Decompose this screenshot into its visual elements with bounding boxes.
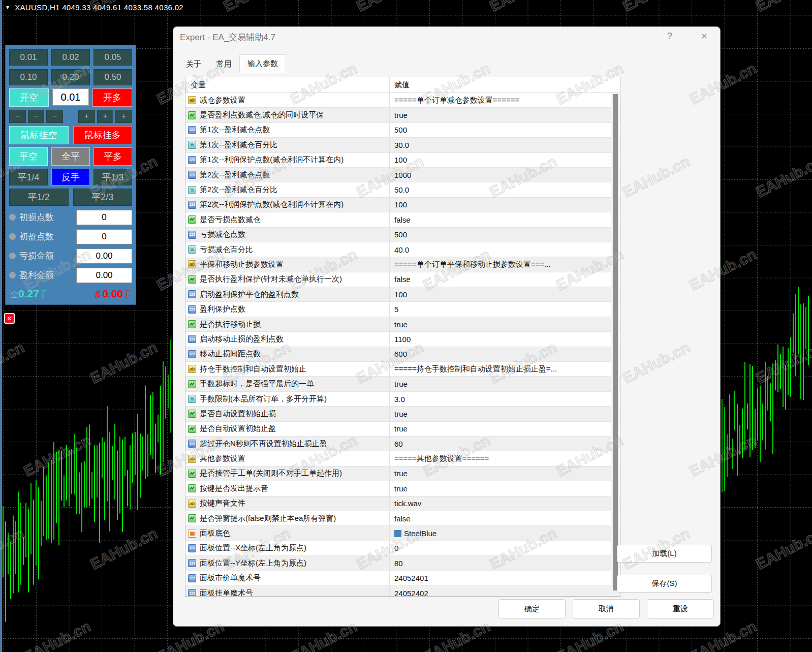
param-row[interactable]: 是否接管手工单(关闭则不对手工单起作用)true: [185, 467, 620, 481]
param-row[interactable]: 123启动盈利保护平仓的盈利点数100: [185, 287, 620, 302]
param-row[interactable]: 是否弹窗提示(false则禁止本ea所有弹窗)false: [185, 511, 620, 526]
close-buy-button[interactable]: 平多: [93, 147, 132, 166]
param-row[interactable]: 123移动止损间距点数600: [185, 347, 620, 362]
panel-close-button[interactable]: ×: [4, 313, 15, 324]
param-row[interactable]: 按键是否发出提示音true: [185, 481, 620, 496]
param-row[interactable]: 123面板市价单魔术号24052401: [185, 571, 620, 586]
param-row[interactable]: 是否亏损点数减仓false: [185, 212, 620, 227]
save-button[interactable]: 保存(S): [617, 575, 712, 593]
tab-about[interactable]: 关于: [178, 56, 209, 73]
param-row[interactable]: 123盈利保护点数5: [185, 302, 620, 317]
param-row[interactable]: 123面板位置--X坐标(左上角为原点)0: [185, 541, 620, 556]
lot-plus-button[interactable]: +: [97, 110, 114, 123]
tab-inputs[interactable]: 输入参数: [239, 54, 286, 73]
tab-common[interactable]: 常用: [209, 56, 239, 73]
param-value[interactable]: =====其他参数设置======: [394, 454, 489, 463]
reverse-button[interactable]: 反手: [51, 169, 90, 185]
param-value[interactable]: 1000: [394, 171, 411, 179]
param-row[interactable]: ½亏损减仓百分比40.0: [185, 242, 620, 257]
param-value[interactable]: 500: [394, 126, 407, 134]
field-input-0[interactable]: [76, 210, 132, 225]
pending-sell-button[interactable]: 鼠标挂空: [9, 126, 69, 144]
ok-button[interactable]: 确定: [498, 599, 566, 618]
param-value[interactable]: 500: [394, 230, 407, 239]
close-icon[interactable]: ×: [696, 30, 713, 44]
param-row[interactable]: ab按键声音文件tick.wav: [185, 496, 620, 511]
param-value[interactable]: true: [394, 111, 408, 119]
param-value[interactable]: true: [394, 424, 408, 433]
param-value[interactable]: =====持仓手数控制和自动设置初始止损止盈=...: [394, 364, 557, 374]
field-input-3[interactable]: [76, 268, 132, 283]
scrollbar-thumb[interactable]: [613, 94, 618, 591]
param-value[interactable]: =====单个订单减仓参数设置======: [394, 96, 519, 105]
param-value[interactable]: 600: [394, 350, 407, 358]
param-value[interactable]: 24052401: [394, 574, 428, 582]
close-all-button[interactable]: 全平: [51, 147, 90, 166]
param-value[interactable]: 3.0: [394, 395, 405, 403]
pending-buy-button[interactable]: 鼠标挂多: [73, 126, 133, 144]
lot-preset-button-0.02[interactable]: 0.02: [51, 49, 90, 66]
param-value[interactable]: false: [394, 514, 411, 523]
lot-preset-button-0.50[interactable]: 0.50: [93, 69, 132, 85]
param-value[interactable]: false: [394, 275, 411, 284]
param-row[interactable]: 123第2次--盈利减仓点数1000: [185, 168, 620, 182]
close-quarter-button[interactable]: 平1/4: [9, 169, 48, 185]
param-value[interactable]: 40.0: [394, 245, 409, 254]
param-value[interactable]: 1100: [394, 335, 411, 344]
lot-plus-button[interactable]: +: [78, 110, 95, 123]
param-value[interactable]: 5: [394, 305, 398, 314]
close-sell-button[interactable]: 平空: [9, 147, 48, 166]
param-value[interactable]: SteelBlue: [404, 529, 436, 538]
param-value[interactable]: true: [394, 410, 408, 418]
param-row[interactable]: ab减仓参数设置=====单个订单减仓参数设置======: [185, 93, 620, 108]
field-input-1[interactable]: [76, 229, 132, 244]
param-row[interactable]: 123启动移动止损的盈利点数1100: [185, 332, 620, 347]
param-value[interactable]: true: [394, 320, 408, 329]
param-value[interactable]: 0: [394, 544, 398, 552]
param-row[interactable]: 手数超标时，是否强平最后的一单true: [185, 377, 620, 391]
param-row[interactable]: 是否执行盈利保护(针对未减仓单执行一次)false: [185, 272, 620, 287]
close-third-button[interactable]: 平1/3: [93, 169, 132, 185]
param-value[interactable]: 100: [394, 200, 407, 209]
lot-plus-button[interactable]: +: [115, 110, 132, 123]
param-row[interactable]: 是否自动设置初始止损true: [185, 407, 620, 421]
lot-preset-button-0.20[interactable]: 0.20: [51, 69, 90, 85]
param-value[interactable]: 50.0: [394, 185, 409, 194]
param-value[interactable]: 24052402: [394, 589, 428, 597]
param-value[interactable]: 30.0: [394, 141, 409, 149]
table-scrollbar[interactable]: [611, 93, 619, 596]
param-value[interactable]: =====单个订单平保和移动止损参数设置===...: [394, 260, 551, 269]
param-row[interactable]: 123第1次--利润保护点数(减仓利润不计算在内)100: [185, 153, 620, 168]
param-value[interactable]: 80: [394, 559, 403, 568]
param-row[interactable]: 面板底色SteelBlue: [185, 526, 620, 541]
param-row[interactable]: 123第2次--利润保护点数(减仓利润不计算在内)100: [185, 198, 620, 212]
param-value[interactable]: true: [394, 469, 408, 478]
lot-minus-button[interactable]: −: [28, 110, 45, 123]
close-half-button[interactable]: 平1/2: [9, 189, 69, 206]
param-row[interactable]: 123面板位置--Y坐标(左上角为原点)80: [185, 556, 620, 571]
param-row[interactable]: 123面板挂单魔术号24052402: [185, 586, 620, 597]
dropdown-arrow-icon[interactable]: ▼: [5, 5, 10, 10]
param-value[interactable]: false: [394, 215, 411, 224]
param-row[interactable]: ½手数限制(本品所有订单，多开分开算)3.0: [185, 392, 620, 407]
close-two-thirds-button[interactable]: 平2/3: [73, 189, 133, 206]
param-row[interactable]: 123亏损减仓点数500: [185, 228, 620, 242]
open-buy-button[interactable]: 开多: [92, 88, 132, 107]
param-row[interactable]: 是否执行移动止损true: [185, 317, 620, 332]
param-value[interactable]: 100: [394, 290, 407, 299]
param-value[interactable]: true: [394, 380, 408, 388]
param-row[interactable]: 是否自动设置初始止盈true: [185, 422, 620, 437]
param-row[interactable]: 123超过开仓N秒则不再设置初始止损止盈60: [185, 437, 620, 451]
help-icon[interactable]: ?: [662, 31, 677, 44]
param-row[interactable]: ab持仓手数控制和自动设置初始止=====持仓手数控制和自动设置初始止损止盈=.…: [185, 362, 620, 377]
param-value[interactable]: 60: [394, 440, 403, 448]
param-row[interactable]: ab其他参数设置=====其他参数设置======: [185, 451, 620, 466]
param-value[interactable]: 100: [394, 156, 407, 164]
param-row[interactable]: ½第2次--盈利减仓百分比50.0: [185, 182, 620, 197]
param-row[interactable]: 123第1次--盈利减仓点数500: [185, 123, 620, 138]
reset-button[interactable]: 重设: [647, 599, 714, 618]
lot-preset-button-0.05[interactable]: 0.05: [93, 49, 132, 66]
param-row[interactable]: ½第1次--盈利减仓百分比30.0: [185, 138, 620, 152]
lot-preset-button-0.10[interactable]: 0.10: [9, 69, 48, 85]
open-sell-button[interactable]: 开空: [9, 88, 49, 107]
